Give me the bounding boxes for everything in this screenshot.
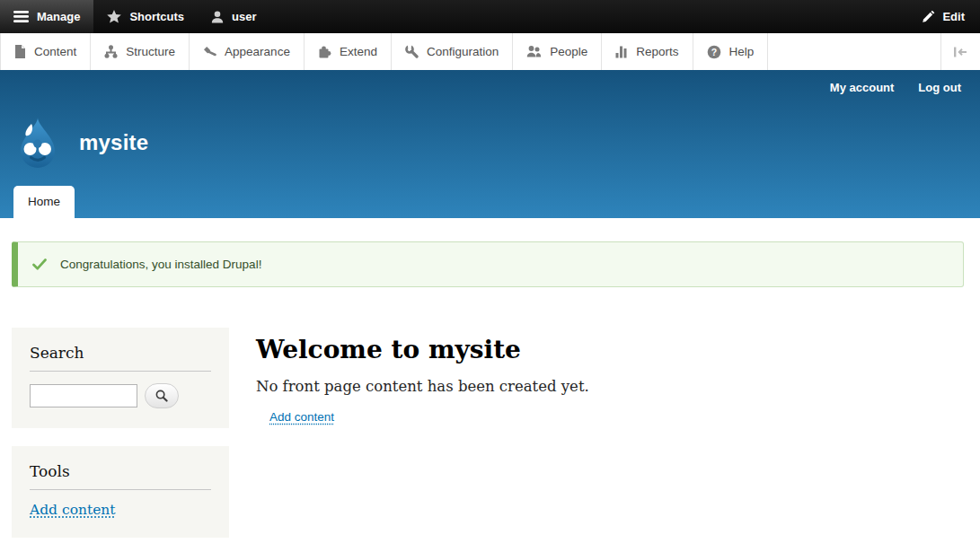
tools-add-content-link[interactable]: Add content [30, 502, 116, 518]
search-block: Search [12, 328, 229, 428]
svg-text:?: ? [711, 46, 716, 57]
status-message-text: Congratulations, you installed Drupal! [60, 258, 261, 271]
secondary-menu: My account Log out [830, 81, 961, 94]
search-icon [155, 390, 168, 402]
edit-button[interactable]: Edit [906, 0, 980, 33]
document-icon [14, 45, 26, 58]
topbar-item-manage[interactable]: Manage [0, 0, 93, 33]
topbar-item-shortcuts[interactable]: Shortcuts [93, 0, 198, 33]
tab-help[interactable]: ? Help [693, 33, 769, 70]
topbar-manage-label: Manage [37, 10, 80, 23]
topbar-spacer [270, 0, 907, 33]
tab-extend[interactable]: Extend [305, 33, 392, 70]
tab-reports[interactable]: Reports [602, 33, 693, 70]
search-form [30, 383, 211, 408]
wrench-icon [405, 45, 419, 58]
help-icon: ? [707, 45, 721, 59]
tab-help-label: Help [729, 45, 755, 58]
tab-content-label: Content [34, 45, 76, 58]
star-icon [107, 10, 121, 23]
tab-appearance[interactable]: Appearance [190, 33, 305, 70]
topbar-user-label: user [232, 10, 256, 23]
people-icon [526, 45, 542, 58]
bar-chart-icon [615, 45, 628, 58]
tab-people[interactable]: People [513, 33, 602, 70]
puzzle-icon [318, 45, 331, 58]
site-name[interactable]: mysite [79, 130, 148, 155]
collapse-arrow-icon [953, 46, 968, 58]
tab-structure-label: Structure [126, 45, 175, 58]
log-out-link[interactable]: Log out [918, 81, 961, 94]
tab-configuration-label: Configuration [427, 45, 499, 58]
drupal-logo [12, 116, 64, 169]
paintbrush-icon [203, 46, 216, 58]
pencil-icon [922, 10, 935, 23]
search-block-title: Search [30, 344, 211, 372]
user-icon [211, 11, 224, 23]
status-message: Congratulations, you installed Drupal! [12, 241, 964, 287]
empty-frontpage-text: No front page content has been created y… [256, 378, 589, 395]
sidebar: Search Tools Add content [12, 328, 229, 552]
menu-icon [13, 11, 29, 22]
tab-reports-label: Reports [636, 45, 678, 58]
tab-people-label: People [550, 45, 587, 58]
admin-toolbar-tray: Content Structure Appearance Extend Conf… [0, 33, 980, 70]
add-content-link[interactable]: Add content [269, 410, 334, 424]
topbar-edit-label: Edit [942, 10, 965, 23]
check-icon [32, 258, 47, 270]
topbar-item-user[interactable]: user [198, 0, 269, 33]
topbar-shortcuts-label: Shortcuts [129, 10, 184, 23]
sitemap-icon [104, 45, 118, 58]
page-title: Welcome to mysite [256, 335, 589, 364]
home-tab[interactable]: Home [13, 186, 75, 218]
tools-block: Tools Add content [12, 446, 229, 538]
tab-structure[interactable]: Structure [91, 33, 190, 70]
tab-content[interactable]: Content [0, 33, 91, 70]
site-branding[interactable]: mysite [12, 116, 148, 169]
tab-configuration[interactable]: Configuration [392, 33, 513, 70]
tab-appearance-label: Appearance [225, 45, 290, 58]
tools-block-title: Tools [30, 462, 211, 490]
search-input[interactable] [30, 384, 137, 407]
my-account-link[interactable]: My account [830, 81, 895, 94]
main-layout: Search Tools Add content Welcome to mysi… [12, 328, 980, 552]
site-header: My account Log out m [0, 70, 980, 218]
tab-extend-label: Extend [340, 45, 377, 58]
main-content: Welcome to mysite No front page content … [256, 328, 607, 425]
admin-topbar: Manage Shortcuts user Edit [0, 0, 980, 33]
search-submit-button[interactable] [145, 383, 179, 408]
toolbar-collapse-button[interactable] [940, 33, 980, 70]
